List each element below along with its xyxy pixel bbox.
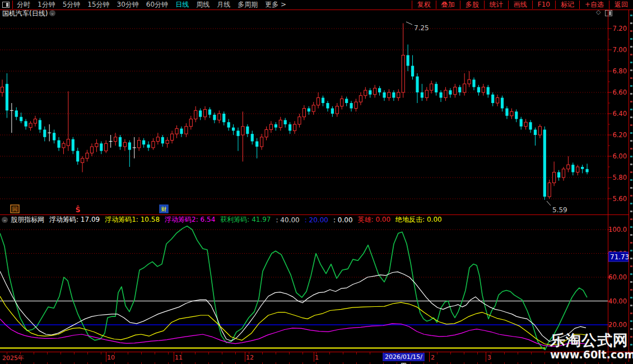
axis-tick xyxy=(464,352,464,354)
menu-item-标记[interactable]: 标记 xyxy=(555,1,579,9)
axis-tick xyxy=(47,352,48,354)
symbol-dropdown-icon[interactable]: ⌄ xyxy=(49,10,55,16)
axis-tick xyxy=(174,352,174,362)
app-window: 分时1分钟5分钟15分钟30分钟60分钟日线周线月线多周期更多 > 复权叠加多股… xyxy=(0,0,633,364)
axis-tick xyxy=(486,352,486,362)
watermark-url: www.60lt.com xyxy=(550,349,633,360)
axis-tick xyxy=(302,352,303,354)
window-layout-icon[interactable] xyxy=(2,2,10,8)
indicator-header: ⌄ 股朋指标网浮动筹码: 17.09浮动筹码1: 10.58浮动筹码2: 6.5… xyxy=(0,216,631,224)
svg-text:5.59: 5.59 xyxy=(552,206,567,214)
svg-text:5.60: 5.60 xyxy=(612,195,627,203)
svg-text:5.80: 5.80 xyxy=(612,174,627,181)
axis-tick xyxy=(437,352,437,354)
axis-tick xyxy=(34,352,34,354)
separator xyxy=(12,1,13,9)
axis-tick xyxy=(60,352,61,354)
menu-item-复权[interactable]: 复权 xyxy=(412,1,436,9)
menu-item-多周期[interactable]: 多周期 xyxy=(238,1,258,8)
axis-tick xyxy=(155,352,155,354)
date-label: 1 xyxy=(315,354,319,361)
axis-tick xyxy=(477,352,478,354)
svg-text:6.60: 6.60 xyxy=(612,88,627,96)
right-edge-strip xyxy=(629,10,633,362)
indicator-value: : 40.00 xyxy=(276,216,300,224)
axis-tick xyxy=(106,352,106,362)
svg-text:7.00: 7.00 xyxy=(612,46,627,54)
svg-text:40.00: 40.00 xyxy=(608,297,627,305)
axis-tick xyxy=(429,352,430,362)
axis-tick xyxy=(87,352,88,354)
menu-item-返回[interactable]: 返回 xyxy=(609,1,633,9)
axis-tick xyxy=(356,352,357,354)
candlestick-chart[interactable]: 7.207.006.806.606.406.206.005.805.607.25… xyxy=(0,17,633,214)
svg-text:Ŝ: Ŝ xyxy=(76,206,81,214)
indicator-value: 浮动筹码: 17.09 xyxy=(49,216,100,224)
indicator-value: 股朋指标网 xyxy=(11,216,44,224)
menu-item-15分钟[interactable]: 15分钟 xyxy=(87,1,109,8)
date-axis[interactable]: 2025年1011121232026/01/15/四 xyxy=(0,352,633,362)
diamond-icon[interactable]: ◇ xyxy=(596,9,601,16)
indicator-value: : 0.00 xyxy=(333,216,353,224)
indicator-chart[interactable]: 100.080.0060.0040.0020.0071.73 xyxy=(0,224,633,352)
axis-tick xyxy=(74,352,75,354)
indicator-value: : 20.00 xyxy=(305,216,328,224)
axis-tick xyxy=(329,352,330,354)
selected-date-highlight: 2026/01/15/四 xyxy=(383,353,425,361)
axis-tick xyxy=(276,352,276,354)
svg-text:财: 财 xyxy=(161,206,167,212)
menu-item-叠加[interactable]: 叠加 xyxy=(436,1,460,9)
menu-item-统计[interactable]: 统计 xyxy=(484,1,508,9)
svg-text:6.40: 6.40 xyxy=(612,110,627,118)
svg-text:71.73: 71.73 xyxy=(610,253,629,261)
svg-text:20.00: 20.00 xyxy=(608,321,627,329)
indicator-value: 获利筹码: 41.97 xyxy=(220,216,271,224)
menu-item-多股[interactable]: 多股 xyxy=(460,1,484,9)
menu-item-5分钟[interactable]: 5分钟 xyxy=(63,1,81,8)
date-label: 3 xyxy=(487,354,491,361)
menu-item-分时[interactable]: 分时 xyxy=(17,1,30,8)
svg-text:6.20: 6.20 xyxy=(612,131,627,139)
svg-text:6.00: 6.00 xyxy=(612,152,627,160)
menu-item-30分钟[interactable]: 30分钟 xyxy=(117,1,139,8)
menu-item-更多 >[interactable]: 更多 > xyxy=(265,1,286,8)
menu-item-画线[interactable]: 画线 xyxy=(508,1,532,9)
period-menu-bar: 分时1分钟5分钟15分钟30分钟60分钟日线周线月线多周期更多 > 复权叠加多股… xyxy=(0,0,633,10)
clipped-status-row xyxy=(0,362,112,364)
period-menu: 分时1分钟5分钟15分钟30分钟60分钟日线周线月线多周期更多 > xyxy=(17,0,294,10)
menu-item-周线[interactable]: 周线 xyxy=(196,1,210,8)
axis-tick xyxy=(245,352,245,362)
title-bar: 国机汽车(日线) ⌄ ◇ xyxy=(0,10,633,17)
axis-tick xyxy=(101,352,101,354)
svg-text:60.00: 60.00 xyxy=(608,273,627,281)
menu-item-1分钟[interactable]: 1分钟 xyxy=(38,1,55,8)
axis-tick xyxy=(289,352,290,354)
axis-tick xyxy=(128,352,128,354)
svg-text:6.80: 6.80 xyxy=(612,67,627,75)
panel-toggle-icon[interactable] xyxy=(605,10,612,16)
axis-tick xyxy=(544,352,545,354)
axis-tick xyxy=(314,352,314,362)
svg-text:7.25: 7.25 xyxy=(414,24,429,32)
axis-tick xyxy=(222,352,222,354)
axis-tick xyxy=(208,352,209,354)
indicator-value: 绝地反击: 0.00 xyxy=(395,216,442,224)
panel-divider[interactable] xyxy=(0,214,633,215)
menu-item-60分钟[interactable]: 60分钟 xyxy=(146,1,168,8)
axis-tick xyxy=(343,352,343,354)
symbol-title: 国机汽车(日线) xyxy=(2,10,48,17)
axis-tick xyxy=(504,352,505,354)
indicator-dropdown-icon[interactable]: ⌄ xyxy=(2,217,8,223)
menu-item-+自选[interactable]: +自选 xyxy=(579,1,609,9)
menu-item-F10[interactable]: F10 xyxy=(532,1,555,9)
menu-item-日线[interactable]: 日线 xyxy=(175,1,189,8)
svg-text:7.20: 7.20 xyxy=(612,25,627,32)
axis-tick xyxy=(195,352,196,354)
date-label: 11 xyxy=(175,354,183,361)
date-label: 2 xyxy=(431,354,435,361)
indicator-value: 浮动筹码2: 6.54 xyxy=(165,216,215,224)
date-label: 2025年 xyxy=(2,354,24,362)
menu-item-月线[interactable]: 月线 xyxy=(217,1,230,8)
watermark: 乐淘公式网 www.60lt.com xyxy=(550,333,633,360)
axis-tick xyxy=(235,352,236,354)
